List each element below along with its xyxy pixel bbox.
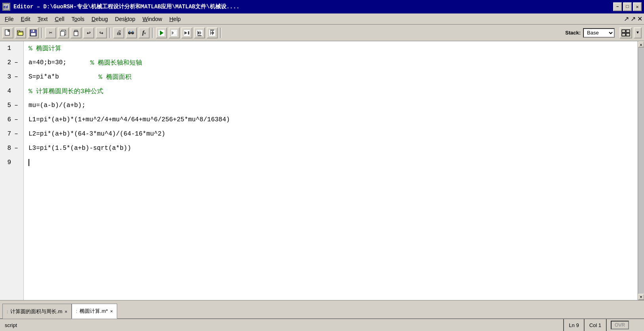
menu-debug[interactable]: Debug <box>88 15 111 23</box>
line-num-8: 8 <box>3 145 11 152</box>
tab-2-icon: : <box>76 309 77 314</box>
menu-right-controls: ↗ ↗ ✕ <box>624 15 642 23</box>
status-type-section: script <box>0 319 564 331</box>
menu-right-btn-2[interactable]: ↗ <box>631 15 636 23</box>
cut-button[interactable]: ✂ <box>45 27 56 38</box>
code-area[interactable]: % 椭圆计算 a=40;b=30; % 椭圆长轴和短轴 S=pi*a*b % 椭… <box>24 41 638 300</box>
menu-desktop[interactable]: Desktop <box>112 15 139 23</box>
menu-file[interactable]: File <box>2 15 17 23</box>
code-line-5: mu=(a-b)/(a+b); <box>28 98 633 113</box>
step-out-button[interactable] <box>207 27 218 38</box>
find-button[interactable] <box>126 27 137 38</box>
svg-rect-33 <box>198 35 201 36</box>
menu-edit[interactable]: Edit <box>18 15 34 23</box>
separator-3 <box>152 28 154 38</box>
stack-label: Stack: <box>565 30 581 36</box>
window-title: Editor – D:\GuoRSH-专业\机械工程设计分析和MATLAB应用\… <box>13 3 239 10</box>
maximize-button[interactable]: □ <box>623 2 632 11</box>
fx-button[interactable]: fx <box>139 27 150 38</box>
redo-button[interactable]: ↪ <box>96 27 107 38</box>
line-dash-7: – <box>13 130 19 138</box>
status-col-section: Col 1 <box>585 319 607 331</box>
code-line-4: % 计算椭圆周长的3种公式 <box>28 84 633 98</box>
code-line-1: % 椭圆计算 <box>28 41 633 55</box>
line-row-3: 3 – <box>0 70 23 84</box>
close-button[interactable]: ✕ <box>633 2 642 11</box>
scroll-up-button[interactable]: ▲ <box>638 41 644 48</box>
minimize-button[interactable]: – <box>613 2 622 11</box>
svg-text:Ed: Ed <box>4 6 8 10</box>
tab-bar: : 计算圆的面积与周长.m × : 椭圆计算.m* × <box>0 300 644 318</box>
code-line-3: S=pi*a*b % 椭圆面积 <box>28 70 633 84</box>
svg-rect-10 <box>32 30 33 32</box>
svg-rect-18 <box>129 31 130 33</box>
scrollbar-track[interactable] <box>638 48 644 294</box>
menu-help[interactable]: Help <box>166 15 184 23</box>
code-text-2a: a=40;b=30; <box>28 59 66 66</box>
tab-1-icon: : <box>7 309 8 314</box>
tab-2-close[interactable]: × <box>110 309 113 314</box>
paste-button[interactable] <box>70 27 82 38</box>
code-text-6: L1=pi*(a+b)*(1+mu^2/4+mu^4/64+mu^6/256+2… <box>28 116 230 123</box>
line-row-8: 8 – <box>0 141 23 155</box>
save-button[interactable] <box>28 27 39 38</box>
separator-2 <box>109 28 111 38</box>
menu-window[interactable]: Window <box>139 15 165 23</box>
menu-right-btn-1[interactable]: ↗ <box>624 15 629 23</box>
menu-tools[interactable]: Tools <box>68 15 88 23</box>
code-line-2: a=40;b=30; % 椭圆长轴和短轴 <box>28 55 633 70</box>
editor-icon: Ed <box>2 3 10 11</box>
line-dash-3: – <box>13 73 19 80</box>
step-button[interactable] <box>181 27 192 38</box>
code-text-1: % 椭圆计算 <box>28 44 61 53</box>
line-dash-5: – <box>13 102 19 109</box>
status-ovr-section: OVR <box>607 319 633 331</box>
stack-select[interactable]: Base <box>583 28 615 38</box>
code-text-5: mu=(a-b)/(a+b); <box>28 102 85 109</box>
grid-layout-button[interactable] <box>619 27 632 38</box>
toolbar: ✂ ↩ ↪ 🖨 fx <box>0 25 644 41</box>
code-container: 1 2 – 3 – 4 5 – 6 – <box>0 41 644 300</box>
svg-rect-38 <box>622 30 625 33</box>
code-text-3a: S=pi*a*b <box>28 73 59 80</box>
code-text-7: L2=pi*(a+b)*(64-3*mu^4)/(64-16*mu^2) <box>28 130 165 138</box>
code-text-4: % 计算椭圆周长的3种公式 <box>28 87 103 96</box>
scroll-down-button[interactable]: ▼ <box>638 294 644 300</box>
svg-rect-13 <box>74 31 78 36</box>
line-row-2: 2 – <box>0 55 23 70</box>
menu-text[interactable]: Text <box>34 15 51 23</box>
line-row-1: 1 <box>0 41 23 55</box>
tab-2-label: 椭圆计算.m* <box>80 308 108 315</box>
status-ln-val: 9 <box>576 322 579 328</box>
line-num-9: 9 <box>3 159 11 166</box>
line-dash-8: – <box>13 145 19 152</box>
undo-button[interactable]: ↩ <box>83 27 94 38</box>
vertical-scrollbar[interactable]: ▲ ▼ <box>638 41 644 300</box>
title-bar: Ed Editor – D:\GuoRSH-专业\机械工程设计分析和MATLAB… <box>0 0 644 13</box>
tab-1-label: 计算圆的面积与周长.m <box>10 308 62 315</box>
print-button[interactable]: 🖨 <box>113 27 124 38</box>
stack-area: Stack: Base <box>565 28 615 38</box>
tab-1[interactable]: : 计算圆的面积与周长.m × <box>2 304 72 319</box>
status-ln-section: Ln 9 <box>564 319 584 331</box>
layout-dropdown-button[interactable]: ▼ <box>634 27 642 38</box>
svg-rect-6 <box>18 32 23 35</box>
code-line-9 <box>28 155 633 170</box>
status-col-val: 1 <box>598 322 601 328</box>
open-button[interactable] <box>15 27 26 38</box>
debug-button[interactable] <box>169 27 180 38</box>
svg-rect-9 <box>31 33 36 36</box>
line-row-6: 6 – <box>0 113 23 127</box>
svg-rect-15 <box>75 30 77 31</box>
tab-1-close[interactable]: × <box>65 309 67 314</box>
text-cursor <box>28 159 29 166</box>
run-button[interactable] <box>156 27 167 38</box>
separator-1 <box>41 28 43 38</box>
step-in-button[interactable] <box>194 27 205 38</box>
menu-right-close[interactable]: ✕ <box>637 15 642 23</box>
new-button[interactable] <box>2 27 13 38</box>
menu-cell[interactable]: Cell <box>51 15 67 23</box>
svg-rect-29 <box>188 31 189 34</box>
tab-2[interactable]: : 椭圆计算.m* × <box>72 304 117 319</box>
copy-button[interactable] <box>58 27 69 38</box>
